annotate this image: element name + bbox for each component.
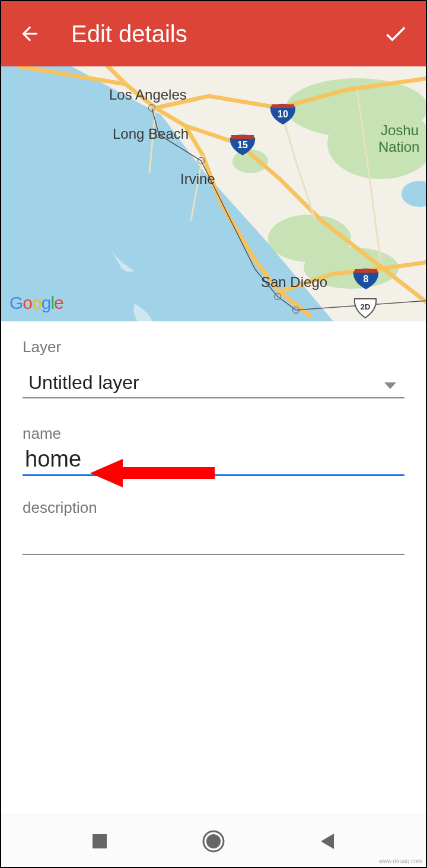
svg-point-16	[206, 834, 221, 848]
triangle-left-icon	[318, 832, 336, 850]
confirm-button[interactable]	[382, 20, 409, 47]
map-preview[interactable]: Los Angeles Long Beach Irvine San Diego …	[1, 66, 426, 321]
map-marker	[292, 307, 299, 314]
watermark: www.deuaq.com	[379, 858, 422, 864]
svg-text:8: 8	[364, 274, 369, 284]
interstate-shield-8: 8	[352, 268, 380, 289]
name-input[interactable]	[23, 443, 404, 476]
caret-down-icon	[384, 382, 396, 389]
map-label-irvine: Irvine	[180, 171, 215, 187]
form-panel: Layer Untitled layer name description	[1, 321, 426, 555]
circle-icon	[202, 829, 225, 853]
svg-rect-8	[231, 135, 254, 139]
description-input[interactable]	[23, 517, 404, 555]
interstate-shield-15: 15	[229, 134, 256, 155]
google-logo: Google	[9, 293, 63, 313]
map-label-long-beach: Long Beach	[113, 126, 189, 142]
app-header: Edit details	[1, 1, 426, 66]
square-icon	[91, 833, 108, 850]
name-label: name	[23, 425, 404, 443]
nav-recent-button[interactable]	[82, 824, 117, 859]
layer-label: Layer	[23, 338, 404, 356]
back-button[interactable]	[18, 22, 42, 46]
description-label: description	[23, 499, 404, 517]
svg-marker-17	[321, 834, 334, 849]
map-marker	[274, 293, 281, 300]
interstate-shield-10: 10	[269, 103, 297, 125]
svg-text:2D: 2D	[361, 302, 371, 311]
map-label-los-angeles: Los Angeles	[109, 87, 187, 103]
nav-home-button[interactable]	[196, 824, 231, 859]
nav-back-button[interactable]	[310, 824, 345, 859]
android-nav-bar	[1, 815, 426, 867]
svg-text:15: 15	[237, 140, 248, 150]
svg-rect-10	[355, 269, 377, 273]
map-label-national: Nation	[378, 139, 419, 155]
arrow-left-icon	[18, 23, 41, 45]
svg-text:10: 10	[278, 109, 288, 119]
check-icon	[383, 21, 409, 47]
map-marker	[197, 157, 205, 164]
map-marker	[148, 104, 155, 111]
svg-rect-6	[272, 104, 294, 108]
layer-select[interactable]: Untitled layer	[23, 359, 404, 398]
svg-rect-14	[93, 834, 107, 848]
layer-value: Untitled layer	[28, 372, 139, 394]
highway-shield-2d: 2D	[353, 298, 377, 319]
page-title: Edit details	[71, 21, 382, 47]
map-label-san-diego: San Diego	[261, 274, 327, 291]
map-label-joshua: Joshu	[381, 122, 419, 139]
